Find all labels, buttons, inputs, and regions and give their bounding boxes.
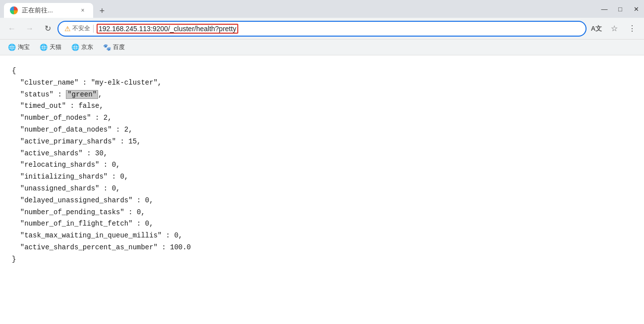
json-line: "timed_out" : false, [12, 100, 632, 112]
json-display: { "cluster_name" : "my-elk-cluster", "st… [12, 65, 632, 266]
security-warning: ⚠ 不安全 [64, 24, 90, 33]
bookmarks-bar: 🌐 淘宝 🌐 天猫 🌐 京东 🐾 百度 [0, 40, 644, 55]
json-line: "number_of_data_nodes" : 2, [12, 124, 632, 136]
taobao-icon: 🌐 [8, 44, 16, 51]
json-line: "unassigned_shards" : 0, [12, 183, 632, 195]
json-line: "active_shards_percent_as_number" : 100.… [12, 242, 632, 254]
json-line: "cluster_name" : "my-elk-cluster", [12, 77, 632, 89]
active-tab[interactable]: 正在前往... × [4, 3, 93, 18]
address-bar[interactable]: ⚠ 不安全 192.168.245.113:9200/_cluster/heal… [57, 21, 587, 37]
json-line: "task_max_waiting_in_queue_millis" : 0, [12, 230, 632, 242]
minimize-button[interactable]: — [600, 5, 608, 13]
json-line: } [12, 254, 632, 266]
json-line: "active_primary_shards" : 15, [12, 136, 632, 148]
baidu-icon: 🐾 [103, 44, 111, 51]
bookmark-tianmao[interactable]: 🌐 天猫 [36, 41, 65, 53]
address-divider [93, 25, 94, 33]
warning-icon: ⚠ [64, 25, 71, 33]
tianmao-label: 天猫 [50, 43, 61, 51]
json-line: "initializing_shards" : 0, [12, 171, 632, 183]
navigation-bar: ← → ↻ ⚠ 不安全 192.168.245.113:9200/_cluste… [0, 18, 644, 40]
json-line: "active_shards" : 30, [12, 148, 632, 160]
new-tab-button[interactable]: + [95, 4, 109, 18]
jingdong-label: 京东 [81, 43, 93, 51]
tab-title: 正在前往... [22, 6, 74, 15]
bookmark-taobao[interactable]: 🌐 淘宝 [4, 41, 34, 53]
address-highlighted: 192.168.245.113:9200/_cluster/health?pre… [97, 24, 238, 34]
back-button[interactable]: ← [4, 21, 20, 37]
bookmark-baidu[interactable]: 🐾 百度 [99, 41, 129, 53]
security-text: 不安全 [72, 24, 90, 33]
jingdong-icon: 🌐 [71, 44, 79, 51]
json-line: "relocating_shards" : 0, [12, 159, 632, 171]
menu-button[interactable]: ⋮ [624, 21, 640, 37]
json-line: "delayed_unassigned_shards" : 0, [12, 195, 632, 207]
json-line: "number_of_nodes" : 2, [12, 112, 632, 124]
json-line: "status" : "green", [12, 89, 632, 101]
close-button[interactable]: ✕ [632, 5, 640, 13]
bookmark-star-icon: ☆ [611, 24, 618, 33]
menu-dots-icon: ⋮ [628, 24, 636, 33]
translate-button[interactable]: A文 [589, 21, 604, 37]
translate-icon: A文 [591, 24, 602, 33]
tab-area: 正在前往... × + [4, 0, 596, 18]
tab-close-button[interactable]: × [78, 6, 87, 15]
baidu-label: 百度 [113, 43, 125, 51]
forward-button[interactable]: → [22, 21, 38, 37]
address-text[interactable]: 192.168.245.113:9200/_cluster/health?pre… [97, 24, 580, 34]
window-controls: — □ ✕ [600, 5, 640, 13]
bookmark-button[interactable]: ☆ [606, 21, 622, 37]
tab-favicon [10, 6, 18, 14]
taobao-label: 淘宝 [18, 43, 30, 51]
status-value-highlight: "green" [66, 90, 98, 99]
maximize-button[interactable]: □ [616, 5, 624, 13]
page-content: { "cluster_name" : "my-elk-cluster", "st… [0, 55, 644, 324]
json-line: "number_of_in_flight_fetch" : 0, [12, 218, 632, 230]
tianmao-icon: 🌐 [40, 44, 48, 51]
title-bar: 正在前往... × + — □ ✕ [0, 0, 644, 18]
json-line: { [12, 65, 632, 77]
json-line: "number_of_pending_tasks" : 0, [12, 207, 632, 219]
reload-button[interactable]: ↻ [40, 21, 55, 37]
bookmark-jingdong[interactable]: 🌐 京东 [67, 41, 97, 53]
nav-action-buttons: A文 ☆ ⋮ [589, 21, 640, 37]
